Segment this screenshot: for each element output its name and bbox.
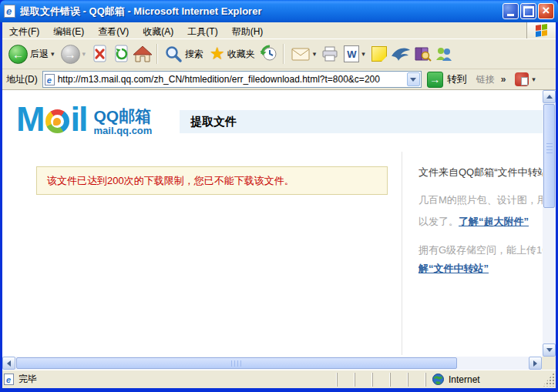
print-icon (321, 45, 339, 62)
links-chevron-icon[interactable]: » (501, 74, 506, 85)
vertical-scrollbar[interactable] (543, 90, 556, 357)
sidebar-desc-text2: 拥有G级存储空间，能上传1G (418, 243, 543, 258)
search-button[interactable]: 搜索 (161, 43, 207, 65)
history-icon (259, 44, 279, 64)
ie-page-icon (4, 5, 15, 18)
scroll-down-button[interactable] (543, 343, 556, 357)
refresh-button[interactable] (110, 43, 132, 65)
close-button[interactable] (538, 3, 554, 19)
mail-button[interactable] (287, 45, 320, 63)
discuss-notes-button[interactable] (368, 43, 390, 65)
go-button[interactable]: → 转到 (427, 72, 467, 88)
messenger-button[interactable] (433, 43, 455, 65)
logo-domain: mail.qq.com (94, 125, 153, 136)
home-button[interactable] (132, 43, 153, 65)
go-label: 转到 (447, 72, 467, 86)
url-page-icon (45, 74, 55, 85)
minimize-button[interactable] (503, 3, 519, 19)
status-pane (372, 373, 390, 387)
security-zone-pane: Internet (425, 373, 541, 387)
logo-brand-name: QQ邮箱 (94, 108, 153, 125)
sidebar: 文件来自QQ邮箱“文件中转站 几百M的照片包、设计图，用 以发了。了解“超大附件… (418, 165, 543, 276)
menu-help[interactable]: 帮助(H) (225, 22, 271, 39)
scroll-left-button[interactable] (2, 357, 15, 370)
mail-dropdown-icon[interactable] (313, 50, 317, 58)
toolbar-separator (283, 44, 284, 64)
content-divider (402, 152, 402, 355)
status-page-icon (4, 374, 14, 385)
menu-view[interactable]: 查看(V) (91, 22, 136, 39)
browser-window: 提取文件错误 - QQ邮箱 - Microsoft Internet Explo… (0, 0, 558, 392)
file-transfer-link[interactable]: 解“文件中转站” (418, 263, 489, 274)
mail-icon (291, 46, 311, 62)
bird-icon (391, 45, 411, 62)
status-pane (337, 373, 355, 387)
status-text: 完毕 (18, 373, 37, 386)
menu-file[interactable]: 文件(F) (2, 22, 46, 39)
edit-with-word-button[interactable] (341, 44, 368, 64)
forward-icon: → (61, 45, 80, 64)
status-bar: 完毕 Internet (2, 370, 556, 388)
go-arrow-icon: → (427, 72, 443, 88)
address-label: 地址(D) (6, 73, 38, 86)
history-button[interactable] (258, 43, 280, 65)
pdf-dropdown-icon[interactable] (532, 75, 536, 83)
back-label: 后退 (30, 48, 49, 61)
page-viewport: M il QQ邮箱 mail.qq.com 提取文件 该文件已达到200次的下载… (2, 90, 556, 357)
menu-bar: 文件(F) 编辑(E) 查看(V) 收藏(A) 工具(T) 帮助(H) (2, 22, 556, 39)
stop-button[interactable] (89, 43, 110, 65)
scroll-right-button[interactable] (529, 357, 542, 370)
search-label: 搜索 (185, 48, 203, 61)
sidebar-desc-prefix: 以发了。 (418, 216, 459, 227)
title-bar: 提取文件错误 - QQ邮箱 - Microsoft Internet Explo… (0, 0, 558, 22)
horizontal-scroll-thumb[interactable] (16, 357, 457, 369)
menu-favorites[interactable]: 收藏(A) (136, 22, 180, 39)
research-button[interactable] (412, 43, 433, 65)
error-message-text: 该文件已达到200次的下载限制，您已不能下载该文件。 (47, 174, 294, 188)
page-heading-bar: 提取文件 (180, 110, 543, 133)
edit-dropdown-icon[interactable] (361, 50, 365, 58)
home-icon (133, 45, 153, 63)
address-dropdown-button[interactable] (407, 72, 420, 86)
qqmail-logo[interactable]: M il QQ邮箱 mail.qq.com (16, 103, 152, 136)
menu-spacer (270, 22, 526, 39)
back-dropdown-icon[interactable] (51, 50, 55, 58)
links-label[interactable]: 链接 (476, 73, 495, 86)
sidebar-desc-line: 以发了。了解“超大附件” (418, 214, 543, 230)
forward-button[interactable]: → (58, 43, 89, 65)
print-button[interactable] (319, 43, 341, 65)
super-attachment-link[interactable]: 了解“超大附件” (459, 216, 529, 227)
thunder-button[interactable] (390, 43, 412, 65)
back-icon: ← (8, 45, 28, 64)
logo-brand-block: QQ邮箱 mail.qq.com (94, 108, 153, 136)
sticky-note-icon (371, 46, 387, 62)
maximize-button[interactable] (520, 3, 536, 19)
search-icon (164, 45, 183, 63)
menu-tools[interactable]: 工具(T) (180, 22, 224, 39)
status-pane (408, 373, 425, 387)
url-text[interactable]: http://m13.mail.qq.com/zh_CN/htmledition… (55, 74, 407, 85)
back-button[interactable]: ← 后退 (5, 43, 58, 65)
toolbar-separator (156, 44, 158, 64)
logo-letter-m: M (16, 103, 44, 136)
globe-icon (432, 374, 444, 385)
adobe-pdf-icon[interactable] (515, 72, 529, 86)
favorites-star-icon: ★ (210, 45, 225, 62)
window-title: 提取文件错误 - QQ邮箱 - Microsoft Internet Explo… (20, 5, 503, 18)
forward-dropdown-icon[interactable] (82, 50, 86, 58)
menu-edit[interactable]: 编辑(E) (46, 22, 91, 39)
favorites-button[interactable]: ★ 收藏夹 (207, 44, 258, 64)
address-input[interactable]: http://m13.mail.qq.com/zh_CN/htmledition… (42, 71, 422, 88)
resize-grip[interactable] (543, 373, 554, 387)
word-icon (344, 45, 359, 62)
zone-label: Internet (449, 374, 480, 385)
horizontal-scrollbar[interactable] (2, 357, 542, 370)
sidebar-intro-text: 文件来自QQ邮箱“文件中转站 (418, 165, 543, 180)
scroll-up-button[interactable] (543, 90, 556, 103)
vertical-scroll-thumb[interactable] (543, 104, 555, 208)
sidebar-link-line: 解“文件中转站” (418, 261, 543, 276)
book-search-icon (413, 45, 432, 62)
status-pane (355, 373, 372, 387)
stop-icon (90, 44, 109, 64)
status-pane (390, 373, 408, 387)
